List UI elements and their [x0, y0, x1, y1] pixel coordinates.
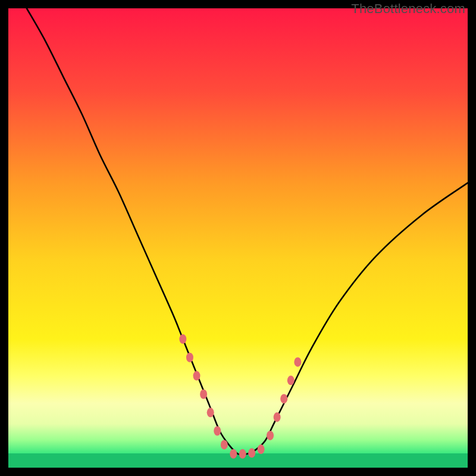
- curve-marker: [193, 371, 201, 381]
- curve-marker: [186, 353, 193, 362]
- curve-marker: [221, 440, 228, 449]
- curve-marker: [214, 426, 221, 436]
- bottleneck-chart: [8, 8, 468, 468]
- green-floor-band: [8, 453, 468, 468]
- curve-marker: [200, 389, 207, 399]
- curve-marker: [267, 431, 274, 440]
- watermark: TheBottleneck.com: [351, 1, 465, 17]
- curve-marker: [274, 412, 281, 422]
- curve-marker: [207, 408, 214, 417]
- curve-marker: [294, 357, 301, 367]
- curve-marker: [287, 375, 295, 385]
- curve-marker: [248, 448, 255, 458]
- chart-frame: [8, 8, 468, 468]
- gradient-background: [8, 8, 468, 468]
- curve-marker: [258, 444, 265, 454]
- curve-marker: [239, 449, 246, 459]
- curve-marker: [230, 449, 237, 459]
- curve-marker: [280, 394, 287, 403]
- curve-marker: [179, 334, 186, 344]
